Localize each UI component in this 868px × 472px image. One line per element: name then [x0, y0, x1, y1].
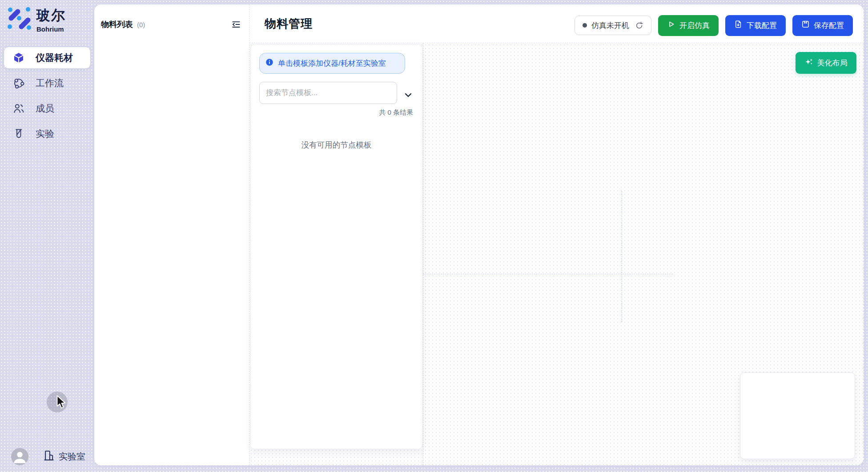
template-info-text: 单击模板添加仪器/耗材至实验室 — [278, 58, 386, 68]
simulation-status-pill: 仿真未开机 — [575, 16, 651, 35]
simulation-status-label: 仿真未开机 — [591, 20, 629, 31]
search-input[interactable] — [259, 82, 397, 104]
material-list-count: (0) — [137, 21, 145, 28]
main-sheet: 物料列表 (0) 物料管理 仿真未开机 — [94, 4, 864, 465]
canvas-guide-line — [423, 43, 423, 465]
sidebar-item-label: 实验 — [36, 128, 54, 140]
topbar-actions: 仿真未开机 开启仿真 — [575, 15, 853, 36]
mouse-cursor-icon — [56, 395, 68, 411]
save-icon — [801, 20, 810, 31]
members-icon — [13, 103, 24, 114]
lab-label: 实验室 — [59, 451, 85, 463]
node-template-panel: 单击模板添加仪器/耗材至实验室 共 0 条结果 没有可用的节点模板 — [250, 44, 422, 449]
cube-icon — [13, 52, 24, 64]
avatar[interactable] — [11, 448, 28, 465]
topbar: 物料管理 仿真未开机 开启仿真 — [249, 4, 864, 43]
sidebar-item-label: 工作流 — [36, 77, 64, 89]
building-icon — [43, 449, 55, 464]
bohrium-logo-icon — [7, 7, 31, 32]
lab-canvas[interactable]: 单击模板添加仪器/耗材至实验室 共 0 条结果 没有可用的节点模板 美化布局 — [249, 43, 864, 465]
workflow-icon — [13, 77, 24, 89]
brand-name-zh: 玻尔 — [36, 6, 66, 25]
material-list-header: 物料列表 (0) — [101, 19, 241, 30]
sidebar-item-workflow[interactable]: 工作流 — [4, 72, 90, 94]
empty-state-text: 没有可用的节点模板 — [251, 140, 422, 150]
play-icon — [667, 20, 675, 31]
beautify-layout-button[interactable]: 美化布局 — [796, 52, 856, 74]
chevron-down-icon[interactable] — [403, 90, 413, 100]
sidebar-item-label: 成员 — [36, 102, 54, 115]
page-title: 物料管理 — [265, 16, 313, 32]
canvas-guide-line — [622, 191, 622, 322]
sidebar-item-label: 仪器耗材 — [36, 52, 73, 64]
experiment-icon — [13, 128, 24, 140]
collapse-panel-icon[interactable] — [231, 20, 241, 29]
refresh-icon[interactable] — [635, 21, 643, 30]
template-info-banner: 单击模板添加仪器/耗材至实验室 — [259, 53, 405, 74]
canvas-guide-line — [423, 274, 673, 274]
start-simulation-button[interactable]: 开启仿真 — [658, 15, 719, 36]
sparkles-icon — [805, 58, 813, 68]
sidebar-item-experiments[interactable]: 实验 — [4, 123, 90, 144]
sidebar-item-members[interactable]: 成员 — [4, 98, 90, 119]
material-list-panel: 物料列表 (0) — [94, 4, 249, 465]
app-background: { "brand": { "name_zh": "玻尔", "name_en":… — [0, 0, 868, 472]
sidebar-footer: 实验室 — [0, 447, 94, 467]
brand[interactable]: 玻尔 Bohrium — [7, 6, 66, 33]
minimap[interactable] — [740, 372, 855, 459]
brand-name-en: Bohrium — [36, 25, 66, 33]
sidebar-item-instruments[interactable]: 仪器耗材 — [4, 47, 90, 68]
sidebar-menu: 仪器耗材 工作流 成员 — [0, 47, 94, 148]
lab-switcher[interactable]: 实验室 — [43, 449, 85, 464]
material-list-title: 物料列表 — [101, 19, 133, 30]
status-dot-icon — [583, 23, 587, 28]
download-config-button[interactable]: 下载配置 — [725, 15, 786, 36]
info-icon — [265, 58, 273, 68]
results-count: 共 0 条结果 — [379, 108, 413, 117]
save-config-button[interactable]: 保存配置 — [792, 15, 853, 36]
file-download-icon — [734, 20, 743, 31]
